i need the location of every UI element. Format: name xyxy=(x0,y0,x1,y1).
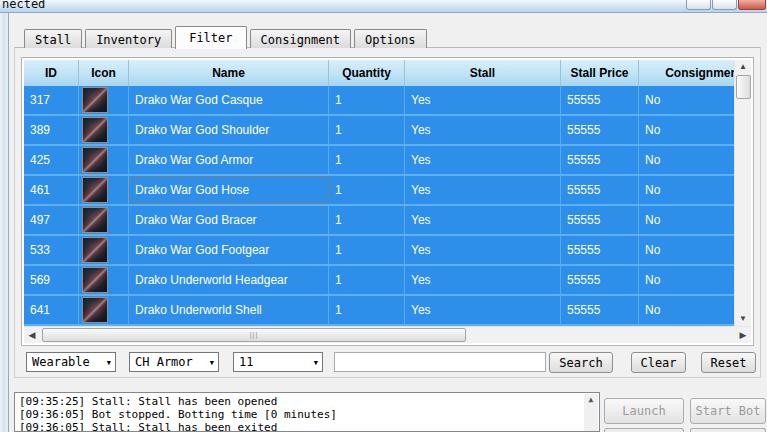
cell-quantity: 1 xyxy=(329,296,405,324)
minimize-button[interactable] xyxy=(686,0,711,10)
cell-icon xyxy=(79,176,129,204)
cell-icon xyxy=(79,236,129,264)
table-row[interactable]: 425Drako War God Armor1Yes55555No xyxy=(24,146,734,176)
cell-quantity: 1 xyxy=(329,176,405,204)
item-icon xyxy=(82,237,108,263)
item-icon xyxy=(82,177,108,203)
scroll-up-icon[interactable]: ▲ xyxy=(735,60,751,74)
table-body: 317Drako War God Casque1Yes55555No389Dra… xyxy=(24,86,734,326)
cell-icon xyxy=(79,266,129,294)
column-header-name[interactable]: Name xyxy=(129,60,329,86)
item-icon xyxy=(82,117,108,143)
table-row[interactable]: 641Drako Underworld Shell1Yes55555No xyxy=(24,296,734,326)
scroll-left-icon[interactable]: ◀ xyxy=(24,327,40,343)
cell-stall: Yes xyxy=(405,116,561,144)
reset-button[interactable]: Reset xyxy=(701,352,756,373)
degree-dropdown-value: 11 xyxy=(239,355,253,369)
type-dropdown[interactable]: CH Armor ▼ xyxy=(129,352,219,372)
maximize-button[interactable] xyxy=(712,0,737,10)
item-icon xyxy=(82,267,108,293)
horizontal-scroll-thumb[interactable]: ||| xyxy=(42,328,466,342)
tab-strip: StallInventoryFilterConsignmentOptions xyxy=(24,27,430,48)
cell-consignment: No xyxy=(639,236,734,264)
window-controls xyxy=(685,0,766,10)
search-button[interactable]: Search xyxy=(549,352,613,373)
table-row[interactable]: 389Drako War God Shoulder1Yes55555No xyxy=(24,116,734,146)
window-left-frame xyxy=(0,13,9,432)
cell-name: Drako War God Bracer xyxy=(129,206,329,234)
log-scrollbar[interactable]: ▲ xyxy=(584,394,598,431)
column-header-stall[interactable]: Stall xyxy=(405,60,561,86)
cell-icon xyxy=(79,86,129,114)
column-header-icon[interactable]: Icon xyxy=(79,60,129,86)
cell-stall: Yes xyxy=(405,236,561,264)
cell-stall: Yes xyxy=(405,266,561,294)
column-header-quantity[interactable]: Quantity xyxy=(329,60,405,86)
cell-stall-price: 55555 xyxy=(561,206,639,234)
cell-name: Drako War God Footgear xyxy=(129,236,329,264)
close-button[interactable] xyxy=(738,0,766,10)
item-icon xyxy=(82,147,108,173)
table-row[interactable]: 569Drako Underworld Headgear1Yes55555No xyxy=(24,266,734,296)
column-header-consignment[interactable]: Consignment xyxy=(639,60,734,86)
cell-icon xyxy=(79,116,129,144)
start-bot-button[interactable]: Start Bot xyxy=(690,398,766,424)
tab-options[interactable]: Options xyxy=(354,29,427,48)
table-horizontal-scrollbar[interactable]: ◀ ||| ▶ xyxy=(24,326,751,343)
cell-consignment: No xyxy=(639,116,734,144)
tab-filter[interactable]: Filter xyxy=(175,26,246,49)
column-header-id[interactable]: ID xyxy=(24,60,79,86)
cell-icon xyxy=(79,206,129,234)
table-vertical-scrollbar[interactable]: ▲ ▼ xyxy=(734,60,751,326)
partial-button-left[interactable] xyxy=(604,428,684,432)
scroll-right-icon[interactable]: ▶ xyxy=(735,327,751,343)
cell-stall: Yes xyxy=(405,86,561,114)
clear-button[interactable]: Clear xyxy=(631,352,686,373)
column-header-stall-price[interactable]: Stall Price xyxy=(561,60,639,86)
cell-name: Drako War God Casque xyxy=(129,86,329,114)
cell-icon xyxy=(79,296,129,324)
cell-stall-price: 55555 xyxy=(561,86,639,114)
table-row[interactable]: 317Drako War God Casque1Yes55555No xyxy=(24,86,734,116)
cell-quantity: 1 xyxy=(329,266,405,294)
cell-id: 497 xyxy=(24,206,79,234)
scroll-up-icon[interactable]: ▲ xyxy=(584,394,598,406)
tab-inventory[interactable]: Inventory xyxy=(85,29,172,48)
table-row[interactable]: 533Drako War God Footgear1Yes55555No xyxy=(24,236,734,266)
cell-name: Drako War God Hose xyxy=(129,176,329,204)
cell-stall: Yes xyxy=(405,176,561,204)
log-lines: [09:35:25] Stall: Stall has been opened[… xyxy=(19,395,583,432)
cell-quantity: 1 xyxy=(329,206,405,234)
cell-consignment: No xyxy=(639,176,734,204)
table-row[interactable]: 461Drako War God Hose1Yes55555No xyxy=(24,176,734,206)
title-bar: nected xyxy=(0,0,767,13)
scroll-down-icon[interactable]: ▼ xyxy=(735,312,751,326)
degree-dropdown[interactable]: 11 ▼ xyxy=(233,352,323,372)
log-output[interactable]: [09:35:25] Stall: Stall has been opened[… xyxy=(14,392,600,432)
log-line: [09:35:25] Stall: Stall has been opened xyxy=(19,395,583,408)
table-header: IDIconNameQuantityStallStall PriceConsig… xyxy=(24,60,734,86)
cell-stall-price: 55555 xyxy=(561,296,639,324)
cell-id: 533 xyxy=(24,236,79,264)
cell-id: 641 xyxy=(24,296,79,324)
type-dropdown-value: CH Armor xyxy=(135,355,193,369)
application-window: nected StallInventoryFilterConsignmentOp… xyxy=(0,0,767,432)
cell-name: Drako War God Shoulder xyxy=(129,116,329,144)
category-dropdown[interactable]: Wearable ▼ xyxy=(26,352,116,372)
launch-button[interactable]: Launch xyxy=(604,398,684,424)
table-row[interactable]: 497Drako War God Bracer1Yes55555No xyxy=(24,206,734,236)
tab-consignment[interactable]: Consignment xyxy=(250,29,351,48)
search-input[interactable] xyxy=(334,352,546,372)
cell-stall-price: 55555 xyxy=(561,116,639,144)
log-line: [09:36:05] Stall: Stall has been exited xyxy=(19,421,583,432)
tab-stall[interactable]: Stall xyxy=(24,29,82,48)
cell-id: 389 xyxy=(24,116,79,144)
cell-consignment: No xyxy=(639,266,734,294)
vertical-scroll-thumb[interactable] xyxy=(736,75,751,99)
cell-consignment: No xyxy=(639,86,734,114)
partial-button-right[interactable] xyxy=(690,428,766,432)
item-icon xyxy=(82,87,108,113)
cell-id: 317 xyxy=(24,86,79,114)
chevron-down-icon: ▼ xyxy=(314,359,318,367)
item-icon xyxy=(82,207,108,233)
